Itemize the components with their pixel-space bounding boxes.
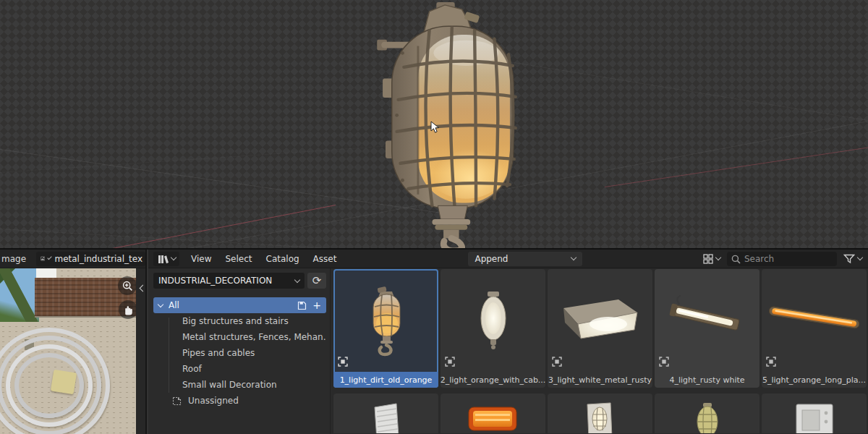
- save-catalog-icon[interactable]: [297, 301, 307, 310]
- refresh-library-button[interactable]: ⟳: [307, 273, 326, 289]
- asset-name: 5_light_orange_long_pla...: [762, 372, 867, 388]
- chevron-down-icon: [171, 255, 176, 260]
- menu-asset[interactable]: Asset: [313, 254, 337, 264]
- mouse-cursor: [430, 121, 440, 134]
- catalog-item-all[interactable]: All +: [153, 297, 326, 313]
- display-mode-button[interactable]: [703, 254, 720, 264]
- chevron-down-icon: [857, 255, 863, 260]
- thumb-metal-cabinet: [793, 401, 835, 433]
- thumb-plate-caged-lamp: [582, 401, 619, 433]
- thumb-orange-heater: [467, 401, 519, 433]
- catalog-item[interactable]: Pipes and cables: [153, 345, 326, 361]
- catalog-sidebar: INDUSTRIAL_DECORATION ⟳ All: [148, 268, 331, 434]
- catalog-item[interactable]: Roof: [153, 361, 326, 377]
- asset-thumbnail: [762, 393, 867, 433]
- thumb-olive-caged-oval: [691, 401, 724, 433]
- asset-thumbnail: [762, 269, 867, 372]
- asset-marker-icon: [338, 356, 348, 370]
- filter-funnel-icon: [843, 254, 855, 264]
- x-axis-line: [605, 147, 868, 187]
- asset-row-partial: [333, 393, 868, 433]
- coil-tape: [51, 370, 77, 395]
- photo-cable-coil: [0, 323, 120, 434]
- header-right-cluster: [703, 252, 862, 266]
- hand-icon: [123, 305, 133, 315]
- asset-thumbnail: [441, 393, 545, 433]
- thumb-tube-light: [662, 295, 753, 346]
- asset-tile[interactable]: 1_light_dirt_old_orange: [333, 269, 438, 388]
- viewport-3d[interactable]: [0, 0, 868, 250]
- asset-tile[interactable]: 4_light_rusty white: [655, 269, 760, 388]
- image-datablock-selector[interactable]: metal_industrial_tex: [36, 252, 145, 266]
- image-editor-canvas[interactable]: [0, 268, 136, 434]
- asset-tile[interactable]: [441, 393, 545, 433]
- unassigned-file-icon: [172, 396, 182, 406]
- asset-marker-icon: [552, 356, 562, 370]
- image-icon: [41, 254, 45, 263]
- thumb-oval-lamp: [472, 287, 515, 354]
- library-name: INDUSTRIAL_DECORATION: [158, 276, 272, 286]
- menu-view[interactable]: View: [191, 254, 211, 264]
- asset-marker-icon: [659, 356, 669, 370]
- chevron-down-icon: [715, 255, 721, 260]
- thumb-louver-panel: [370, 401, 402, 433]
- asset-browser-body: INDUSTRIAL_DECORATION ⟳ All: [148, 268, 868, 434]
- catalog-item[interactable]: Small wall Decoration: [153, 377, 326, 393]
- zoom-in-gizmo[interactable]: [118, 276, 136, 295]
- catalog-item[interactable]: Big structures and stairs: [153, 313, 326, 329]
- asset-thumbnail: [333, 269, 438, 372]
- catalog-all-label: All: [169, 300, 179, 310]
- bottom-editors: mage metal_industrial_tex: [0, 250, 868, 434]
- unassigned-label: Unassigned: [188, 396, 239, 406]
- catalog-item-unassigned[interactable]: Unassigned: [153, 393, 326, 409]
- chevron-down-icon: [158, 301, 163, 307]
- asset-tile[interactable]: [548, 393, 652, 433]
- editor-type-selector[interactable]: [153, 252, 179, 266]
- thumb-orange-tube: [764, 297, 865, 344]
- asset-browser-icon: [157, 254, 169, 264]
- image-menu[interactable]: mage: [1, 254, 26, 264]
- import-method-value: Append: [475, 254, 508, 264]
- grid-display-icon: [703, 254, 713, 264]
- asset-name: 3_light_white_metal_rusty: [548, 372, 652, 388]
- thumb-caged-lamp: [363, 283, 409, 358]
- asset-name: 1_light_dirt_old_orange: [333, 372, 438, 388]
- blender-window: mage metal_industrial_tex: [0, 0, 868, 434]
- magnifier-plus-icon: [122, 281, 133, 292]
- chevron-down-icon: [571, 255, 576, 260]
- asset-name: 4_light_rusty white: [655, 372, 760, 388]
- asset-thumbnail: [548, 269, 652, 372]
- asset-tile[interactable]: [333, 393, 438, 433]
- asset-thumbnail: [655, 393, 760, 433]
- asset-name: 2_light_orange_with_cab...: [441, 372, 545, 388]
- catalog-tree: All + Big structures and stairs Metal st…: [153, 297, 326, 409]
- menu-bar: View Select Catalog Asset: [191, 254, 336, 264]
- thumb-box-floodlight: [556, 297, 644, 344]
- pan-hand-gizmo[interactable]: [119, 300, 136, 319]
- grid-line: [0, 229, 340, 250]
- image-editor: mage metal_industrial_tex: [0, 250, 147, 434]
- search-input[interactable]: [744, 252, 834, 266]
- asset-thumbnail: [441, 269, 545, 372]
- add-catalog-button[interactable]: +: [312, 299, 321, 311]
- asset-preview-lamp: [359, 2, 533, 250]
- asset-tile[interactable]: 3_light_white_metal_rusty: [548, 269, 652, 388]
- grid-line: [0, 145, 405, 173]
- menu-select[interactable]: Select: [225, 254, 252, 264]
- filter-button[interactable]: [843, 254, 862, 264]
- library-dropdown[interactable]: INDUSTRIAL_DECORATION: [153, 273, 305, 289]
- menu-catalog[interactable]: Catalog: [266, 254, 299, 264]
- asset-thumbnail: [333, 393, 438, 433]
- asset-browser: View Select Catalog Asset Append: [148, 250, 868, 434]
- chevron-left-icon: [140, 285, 147, 292]
- asset-marker-icon: [445, 356, 455, 370]
- import-method-dropdown[interactable]: Append: [468, 252, 582, 266]
- region-collapse-arrow[interactable]: [140, 280, 145, 294]
- catalog-item[interactable]: Metal structures, Fences, Mehan...: [153, 329, 326, 345]
- asset-tile[interactable]: 2_light_orange_with_cab...: [441, 269, 545, 388]
- asset-thumbnail: [548, 393, 652, 433]
- asset-tile[interactable]: 5_light_orange_long_pla...: [762, 269, 867, 388]
- asset-tile[interactable]: [655, 393, 760, 433]
- asset-tile[interactable]: [762, 393, 867, 433]
- search-box: [727, 252, 837, 266]
